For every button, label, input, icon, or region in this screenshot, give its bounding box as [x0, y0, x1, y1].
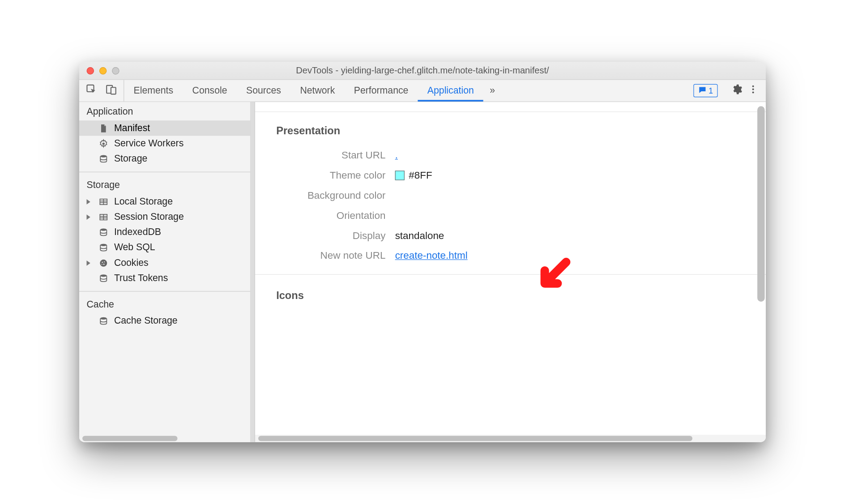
- sidebar-group-storage: Storage: [79, 175, 250, 194]
- svg-point-4: [752, 89, 754, 90]
- sidebar-item-trust-tokens[interactable]: Trust Tokens: [79, 270, 250, 286]
- svg-point-16: [102, 264, 102, 265]
- split-resizer[interactable]: [251, 102, 255, 442]
- label-display: Display: [255, 230, 395, 241]
- svg-point-15: [103, 264, 105, 265]
- chevron-right-icon[interactable]: [87, 199, 90, 204]
- devtools-window: DevTools - yielding-large-chef.glitch.me…: [79, 62, 766, 442]
- sidebar-horizontal-scrollbar[interactable]: [79, 435, 250, 442]
- sidebar-item-label: Cache Storage: [114, 316, 178, 327]
- row-theme-color: Theme color #8FF: [255, 165, 766, 185]
- display-value: standalone: [395, 230, 444, 241]
- file-icon: [98, 124, 109, 133]
- label-start-url: Start URL: [255, 149, 395, 161]
- window-title: DevTools - yielding-large-chef.glitch.me…: [79, 65, 766, 76]
- row-orientation: Orientation: [255, 205, 766, 226]
- db-icon: [98, 243, 109, 252]
- svg-point-3: [752, 85, 754, 87]
- tab-elements[interactable]: Elements: [124, 80, 183, 101]
- theme-color-value: #8FF: [409, 170, 432, 181]
- svg-point-6: [102, 142, 105, 145]
- db-icon: [98, 154, 109, 163]
- sidebar-item-label: Storage: [114, 153, 147, 164]
- row-start-url: Start URL .: [255, 145, 766, 166]
- theme-color-swatch: [395, 171, 405, 180]
- more-menu-icon[interactable]: [748, 84, 759, 98]
- db-icon: [98, 316, 109, 325]
- db-icon: [98, 273, 109, 283]
- sidebar-item-label: Trust Tokens: [114, 273, 168, 284]
- sidebar-item-label: IndexedDB: [114, 226, 161, 238]
- sidebar-item-cache-storage[interactable]: Cache Storage: [79, 313, 250, 329]
- tab-performance[interactable]: Performance: [345, 80, 418, 101]
- db-icon: [98, 227, 109, 237]
- sidebar-item-session-storage[interactable]: Session Storage: [79, 209, 250, 224]
- main-split: Application Manifest Service Workers Sto…: [79, 102, 766, 442]
- sidebar-item-storage[interactable]: Storage: [79, 151, 250, 167]
- sidebar-item-label: Web SQL: [114, 242, 155, 253]
- device-toolbar-icon[interactable]: [106, 84, 117, 98]
- svg-point-14: [104, 261, 105, 262]
- sidebar-group-cache: Cache: [79, 295, 250, 313]
- svg-point-7: [100, 155, 107, 157]
- label-orientation: Orientation: [255, 210, 395, 222]
- sidebar-group-application: Application: [79, 102, 250, 120]
- messages-badge[interactable]: 1: [693, 84, 718, 98]
- content-vertical-scrollbar[interactable]: [757, 106, 765, 421]
- tab-network[interactable]: Network: [290, 80, 344, 101]
- application-sidebar: Application Manifest Service Workers Sto…: [79, 102, 251, 442]
- svg-point-12: [100, 259, 107, 266]
- devtools-toolbar: Elements Console Sources Network Perform…: [79, 80, 766, 102]
- content-horizontal-scrollbar[interactable]: [255, 435, 766, 442]
- tab-application[interactable]: Application: [418, 80, 483, 101]
- row-display: Display standalone: [255, 226, 766, 246]
- gear-icon: [98, 139, 109, 148]
- zoom-window-button[interactable]: [112, 67, 119, 74]
- row-new-note-url: New note URL create-note.html: [255, 246, 766, 266]
- sidebar-item-service-workers[interactable]: Service Workers: [79, 136, 250, 151]
- close-window-button[interactable]: [87, 67, 94, 74]
- label-theme-color: Theme color: [255, 170, 395, 181]
- tab-console[interactable]: Console: [183, 80, 236, 101]
- chevron-right-icon[interactable]: [87, 260, 90, 265]
- svg-point-10: [100, 228, 107, 231]
- messages-count: 1: [708, 86, 713, 95]
- svg-point-5: [752, 91, 754, 93]
- tabs-overflow[interactable]: »: [483, 80, 501, 101]
- section-icons: Icons: [255, 274, 766, 305]
- message-icon: [698, 85, 707, 95]
- svg-point-11: [100, 243, 107, 246]
- titlebar: DevTools - yielding-large-chef.glitch.me…: [79, 62, 766, 80]
- section-presentation: Presentation: [255, 112, 766, 145]
- sidebar-item-label: Service Workers: [114, 138, 184, 149]
- tab-sources[interactable]: Sources: [237, 80, 290, 101]
- sidebar-item-label: Local Storage: [114, 196, 173, 207]
- row-background-color: Background color: [255, 185, 766, 205]
- cookie-icon: [98, 258, 109, 268]
- new-note-url-link[interactable]: create-note.html: [395, 250, 468, 261]
- sidebar-item-manifest[interactable]: Manifest: [79, 120, 250, 136]
- settings-icon[interactable]: [731, 84, 743, 98]
- table-icon: [98, 197, 109, 206]
- svg-point-13: [102, 261, 102, 262]
- sidebar-item-label: Cookies: [114, 257, 149, 269]
- svg-rect-2: [111, 87, 116, 94]
- sidebar-item-label: Manifest: [114, 123, 150, 134]
- sidebar-item-local-storage[interactable]: Local Storage: [79, 194, 250, 209]
- label-background-color: Background color: [255, 190, 395, 201]
- sidebar-item-cookies[interactable]: Cookies: [79, 255, 250, 270]
- chevron-right-icon[interactable]: [87, 214, 90, 220]
- manifest-panel: Presentation Start URL . Theme color #8F…: [255, 102, 766, 442]
- sidebar-item-indexeddb[interactable]: IndexedDB: [79, 225, 250, 240]
- table-icon: [98, 212, 109, 222]
- svg-point-18: [100, 317, 107, 319]
- sidebar-item-web-sql[interactable]: Web SQL: [79, 240, 250, 255]
- minimize-window-button[interactable]: [99, 67, 107, 74]
- svg-point-17: [100, 274, 107, 277]
- start-url-link[interactable]: .: [395, 149, 398, 161]
- sidebar-item-label: Session Storage: [114, 211, 184, 222]
- panel-tabs: Elements Console Sources Network Perform…: [124, 80, 678, 101]
- window-controls: [79, 67, 119, 74]
- inspect-element-icon[interactable]: [85, 84, 97, 98]
- label-new-note-url: New note URL: [255, 250, 395, 261]
